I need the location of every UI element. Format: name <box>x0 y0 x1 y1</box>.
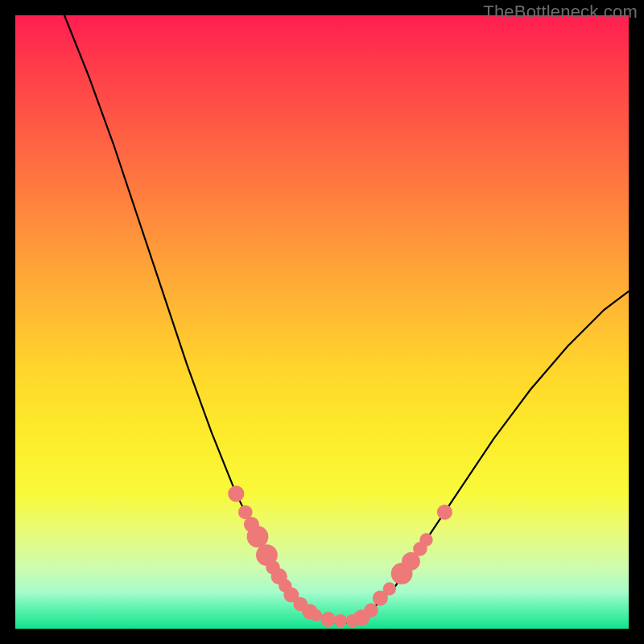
curve-markers <box>228 485 452 627</box>
curve-marker <box>419 533 432 546</box>
curve-marker <box>334 614 347 627</box>
curve-marker <box>247 526 269 547</box>
curve-marker <box>383 582 396 595</box>
watermark-text: TheBottleneck.com <box>483 2 638 23</box>
curve-marker <box>228 485 244 502</box>
curve-marker <box>310 609 322 621</box>
curve-marker <box>437 505 452 520</box>
curve-marker <box>364 603 378 617</box>
chart-svg <box>15 15 629 629</box>
bottleneck-curve <box>64 15 629 622</box>
curve-marker <box>320 612 336 627</box>
chart-plot-area <box>15 15 629 629</box>
